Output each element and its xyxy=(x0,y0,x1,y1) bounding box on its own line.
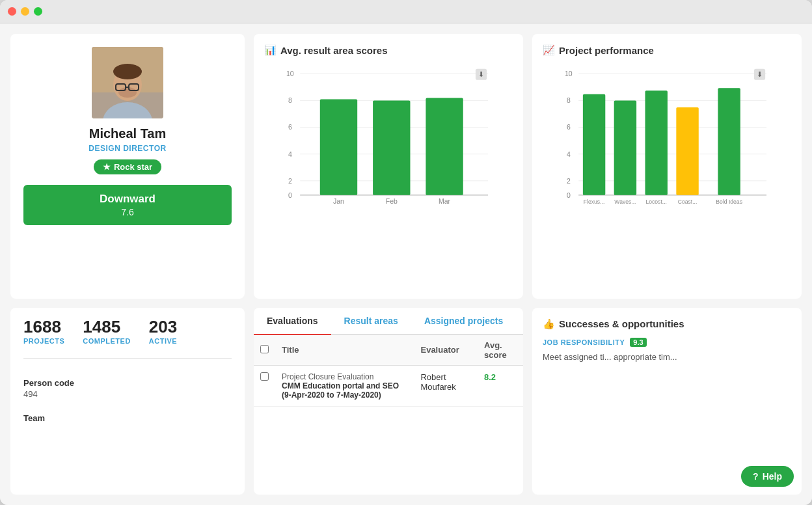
profile-name: Micheal Tam xyxy=(89,126,167,141)
successes-title: 👍 Successes & opportunities xyxy=(543,318,791,330)
close-button[interactable] xyxy=(8,7,16,16)
evaluations-panel: Evaluations Result areas Assigned projec… xyxy=(254,308,523,495)
score-header: Avg. score xyxy=(478,335,523,366)
titlebar xyxy=(0,0,812,23)
active-count: 203 xyxy=(149,318,177,335)
minimize-button[interactable] xyxy=(21,7,29,16)
completed-count: 1485 xyxy=(83,318,131,335)
profile-title: DESIGN DIRECTOR xyxy=(88,144,166,153)
tab-result-areas[interactable]: Result areas xyxy=(331,308,411,335)
avg-chart-card: 📊 Avg. result area scores 10 8 6 4 2 0 xyxy=(254,34,523,299)
svg-rect-45 xyxy=(718,88,740,195)
svg-rect-21 xyxy=(320,100,357,195)
svg-rect-43 xyxy=(645,90,668,195)
evaluator-header: Evaluator xyxy=(414,335,478,366)
bar-chart-icon: 📊 xyxy=(264,44,277,56)
stat-active: 203 ACTIVE xyxy=(149,318,177,345)
avg-chart-title: 📊 Avg. result area scores xyxy=(264,44,513,56)
help-icon: ? xyxy=(753,471,759,482)
evaluations-table: Title Evaluator Avg. score Project Closu… xyxy=(254,335,523,407)
svg-text:⬇: ⬇ xyxy=(478,70,484,78)
tab-assigned-projects[interactable]: Assigned projects xyxy=(411,308,516,335)
table-row: Project Closure Evaluation CMM Education… xyxy=(254,365,523,406)
profile-card: Micheal Tam DESIGN DIRECTOR ★ Rock star … xyxy=(10,34,245,299)
svg-point-4 xyxy=(113,64,142,79)
svg-rect-41 xyxy=(583,94,605,195)
perf-chart-wrapper: 10 8 6 4 2 0 xyxy=(543,64,791,207)
avatar xyxy=(92,47,163,118)
svg-point-5 xyxy=(118,87,137,98)
successes-panel: 👍 Successes & opportunities JOB RESPONSI… xyxy=(532,308,802,495)
star-icon: ★ xyxy=(103,162,111,172)
svg-text:2: 2 xyxy=(288,177,292,185)
downward-score: 7.6 xyxy=(31,207,224,217)
thumbs-up-icon: 👍 xyxy=(543,318,555,330)
tabs-row: Evaluations Result areas Assigned projec… xyxy=(254,308,523,335)
eval-title-bold: CMM Education portal and SEO (9-Apr-2020… xyxy=(282,381,407,400)
tab-evaluations[interactable]: Evaluations xyxy=(254,308,331,335)
svg-text:Mar: Mar xyxy=(439,197,451,205)
person-code-section: Person code 494 xyxy=(23,378,232,399)
svg-text:⬇: ⬇ xyxy=(757,70,763,78)
stat-projects: 1688 PROJECTS xyxy=(23,318,64,345)
svg-text:2: 2 xyxy=(567,177,571,185)
eval-title-cell: Project Closure Evaluation CMM Education… xyxy=(275,365,414,406)
active-label: ACTIVE xyxy=(149,337,177,345)
svg-text:8: 8 xyxy=(567,96,571,104)
help-label: Help xyxy=(763,471,782,482)
content-area: Micheal Tam DESIGN DIRECTOR ★ Rock star … xyxy=(0,23,812,505)
help-button[interactable]: ? Help xyxy=(741,466,794,487)
svg-text:4: 4 xyxy=(567,150,571,158)
team-section: Team xyxy=(23,413,232,424)
job-description: Meet assigned ti... appropriate tim... xyxy=(543,352,791,362)
svg-text:Bold Ideas: Bold Ideas xyxy=(716,198,742,205)
svg-text:4: 4 xyxy=(288,150,292,158)
rockstar-badge[interactable]: ★ Rock star xyxy=(94,159,161,174)
downward-button[interactable]: Downward 7.6 xyxy=(23,185,232,225)
svg-rect-25 xyxy=(426,98,463,195)
stats-card: 1688 PROJECTS 1485 COMPLETED 203 ACTIVE … xyxy=(10,308,245,495)
svg-text:6: 6 xyxy=(288,123,292,131)
completed-label: COMPLETED xyxy=(83,337,131,345)
svg-text:6: 6 xyxy=(567,123,571,131)
svg-text:8: 8 xyxy=(288,96,292,104)
select-all-checkbox[interactable] xyxy=(260,345,269,353)
downward-label: Downward xyxy=(31,193,224,206)
maximize-button[interactable] xyxy=(34,7,42,16)
eval-evaluator-cell: Robert Moufarek xyxy=(414,365,478,406)
svg-text:10: 10 xyxy=(286,70,294,77)
perf-chart-card: 📈 Project performance 10 8 6 4 2 0 xyxy=(532,34,802,299)
projects-count: 1688 xyxy=(23,318,64,335)
svg-rect-44 xyxy=(676,107,698,195)
job-responsibility-label: JOB RESPONSIBILITY xyxy=(543,338,625,346)
projects-label: PROJECTS xyxy=(23,337,64,345)
person-code-label: Person code xyxy=(23,378,232,388)
main-window: Micheal Tam DESIGN DIRECTOR ★ Rock star … xyxy=(0,0,812,505)
svg-text:10: 10 xyxy=(565,70,573,77)
svg-text:Feb: Feb xyxy=(386,197,398,205)
job-responsibility-row: JOB RESPONSIBILITY 9.3 xyxy=(543,338,791,347)
svg-text:Flexus...: Flexus... xyxy=(584,198,604,205)
job-responsibility-score: 9.3 xyxy=(630,338,646,347)
svg-text:Jan: Jan xyxy=(333,197,344,205)
perf-chart-title: 📈 Project performance xyxy=(543,44,791,56)
divider xyxy=(23,358,232,359)
checkbox-header xyxy=(254,335,275,366)
svg-text:Waves...: Waves... xyxy=(614,198,636,205)
stat-completed: 1485 COMPLETED xyxy=(83,318,131,345)
badge-label: Rock star xyxy=(114,162,152,172)
title-header: Title xyxy=(275,335,414,366)
row-checkbox-cell xyxy=(254,365,275,406)
avg-chart-wrapper: 10 8 6 4 2 0 Jan xyxy=(264,64,513,207)
stats-row: 1688 PROJECTS 1485 COMPLETED 203 ACTIVE xyxy=(23,318,232,345)
svg-text:Coast...: Coast... xyxy=(678,198,697,205)
traffic-lights xyxy=(8,7,42,16)
row-checkbox[interactable] xyxy=(260,372,269,381)
svg-text:0: 0 xyxy=(288,191,292,199)
team-label: Team xyxy=(23,413,232,423)
svg-text:Locost...: Locost... xyxy=(645,198,666,205)
line-chart-icon: 📈 xyxy=(543,44,555,56)
person-code-value: 494 xyxy=(23,389,232,399)
eval-title-main: Project Closure Evaluation xyxy=(282,372,407,381)
svg-text:0: 0 xyxy=(567,191,571,199)
